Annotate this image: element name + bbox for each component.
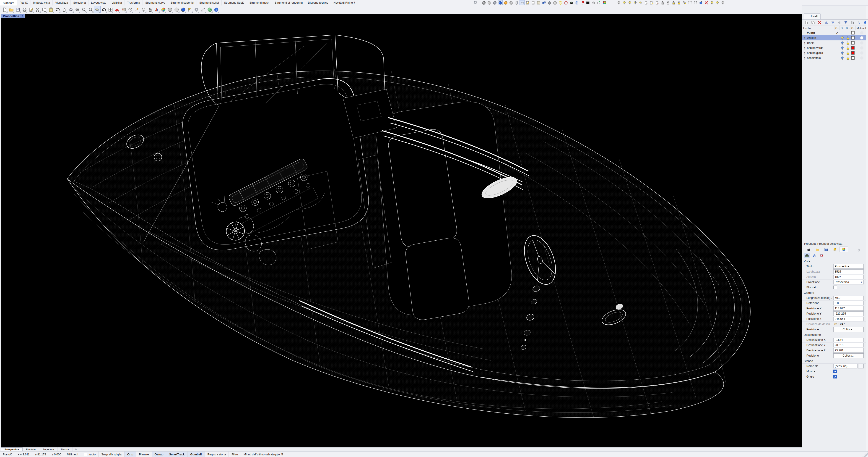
status-snap-alla-griglia[interactable]: Snap alla griglia — [98, 452, 125, 457]
frame-dots-b-icon[interactable] — [693, 0, 698, 5]
camera-selected-icon[interactable] — [804, 253, 810, 258]
sphere-gray-icon[interactable] — [487, 0, 492, 5]
layer-name[interactable]: ❯scoaiattolo — [802, 56, 835, 60]
property-input[interactable]: 3515 — [833, 269, 864, 274]
expand-chevron-icon[interactable]: ❯ — [804, 47, 806, 49]
bulb-double-icon[interactable] — [638, 0, 643, 5]
status-planare[interactable]: Planare — [136, 452, 152, 457]
layer-color-swatch[interactable] — [850, 31, 856, 34]
menu-tab-novit-di-rhino-7[interactable]: Novità di Rhino 7 — [331, 0, 358, 5]
layer-visibility-bulb-icon[interactable] — [840, 36, 845, 40]
viewport-tab-destra[interactable]: Destra — [58, 448, 72, 451]
property-input[interactable]: 845.654 — [833, 317, 864, 321]
bulb-lock-icon[interactable] — [682, 0, 687, 5]
copy-layer-icon[interactable] — [811, 20, 815, 25]
layer-visibility-bulb-icon[interactable] — [840, 40, 845, 45]
sphere-rendered-blue-icon[interactable] — [180, 6, 186, 13]
open-file-icon[interactable] — [8, 6, 14, 13]
lock-gray-icon[interactable] — [660, 0, 665, 5]
zoom-selected-icon[interactable] — [94, 6, 100, 13]
bulb-yellow-small-icon[interactable] — [627, 0, 632, 5]
page-bulb-yellow-icon[interactable] — [649, 0, 654, 5]
bulb-gray-icon[interactable] — [616, 0, 621, 5]
menu-tab-trasforma[interactable]: Trasforma — [125, 0, 143, 5]
chevron-down-icon[interactable]: ▼ — [859, 280, 863, 284]
zoom-window-icon[interactable] — [87, 6, 94, 13]
expand-chevron-icon[interactable]: ❯ — [804, 52, 806, 54]
bulb-half-icon[interactable] — [633, 0, 638, 5]
menu-tab-standard[interactable]: Standard — [0, 0, 17, 5]
layers-col-header-3[interactable]: B... — [845, 26, 850, 30]
browse-button[interactable]: ... — [858, 364, 864, 368]
options-flag-icon[interactable] — [187, 6, 193, 13]
chevron-down-icon[interactable]: ▼ — [21, 14, 24, 18]
layer-name[interactable]: vuoto — [802, 31, 835, 34]
status-gumball[interactable]: Gumball — [188, 452, 205, 457]
orbit-icon[interactable] — [67, 6, 74, 13]
property-input[interactable]: 0.0 — [833, 301, 864, 306]
folder-props-icon[interactable] — [813, 247, 822, 252]
menu-tab-disegno-tecnico[interactable]: Disegno tecnico — [305, 0, 331, 5]
wire-box-tan-icon[interactable] — [536, 0, 541, 5]
menu-tab-pianic[interactable]: PianiC — [17, 0, 31, 5]
paste-icon[interactable] — [48, 6, 54, 13]
web-browser-icon[interactable]: ? — [822, 247, 830, 252]
save-icon[interactable] — [14, 6, 21, 13]
target-sphere-icon[interactable] — [563, 0, 568, 5]
cut-icon[interactable] — [34, 6, 41, 13]
sphere-shaded-selected-icon[interactable] — [498, 0, 502, 5]
red-x-icon[interactable] — [704, 0, 709, 5]
tab-layers[interactable]: Livelli — [804, 13, 820, 20]
property-checkbox[interactable] — [833, 375, 837, 378]
sphere-matte-icon[interactable] — [553, 0, 557, 5]
menu-tab-seleziona[interactable]: Seleziona — [71, 0, 89, 5]
menu-tab-strumenti-curve[interactable]: Strumenti curve — [143, 0, 168, 5]
bulb-end-a-icon[interactable] — [710, 0, 714, 5]
property-checkbox[interactable] — [833, 370, 837, 373]
new-file-icon[interactable] — [1, 6, 8, 13]
property-input[interactable]: 118.677 — [833, 306, 864, 311]
layer-visibility-bulb-icon[interactable] — [840, 31, 845, 35]
property-input[interactable]: -229.255 — [833, 311, 864, 316]
status-orto[interactable]: Orto — [125, 452, 136, 457]
status-filtro[interactable]: Filtro — [229, 452, 241, 457]
grenade-icon[interactable] — [547, 0, 552, 5]
wire-globe-icon[interactable] — [482, 0, 486, 5]
layer-visibility-bulb-icon[interactable] — [840, 51, 845, 55]
resize-grip[interactable] — [862, 451, 868, 457]
status-minuti-dall-ultimo-salvataggio[interactable]: Minuti dall'ultimo salvataggio: 5 — [241, 452, 286, 457]
delete-layer-icon[interactable] — [817, 20, 822, 25]
filter-icon[interactable] — [844, 20, 848, 25]
sphere-yellow-ring-icon[interactable] — [558, 0, 563, 5]
property-input[interactable]: Prospettica — [833, 264, 864, 269]
print-icon[interactable] — [21, 6, 28, 13]
property-input[interactable]: 20.915 — [833, 343, 864, 347]
status-registra-storia[interactable]: Registra storia — [205, 452, 229, 457]
layer-visibility-bulb-icon[interactable] — [840, 56, 845, 60]
cube-arrow-icon[interactable] — [596, 0, 601, 5]
menu-tab-imposta-vista[interactable]: Imposta vista — [31, 0, 53, 5]
tools-icon[interactable] — [857, 20, 861, 25]
viewport-tab-prospettica[interactable]: Prospettica — [1, 448, 23, 451]
menu-tab-layout-viste[interactable]: Layout viste — [89, 0, 109, 5]
layer-lock-icon[interactable] — [845, 36, 850, 40]
blue-boxes-icon[interactable] — [541, 0, 546, 5]
collapse-icon[interactable] — [837, 20, 842, 25]
color-wheel-icon[interactable] — [160, 6, 166, 13]
arctic-bear-selected-icon[interactable] — [520, 0, 524, 5]
render-cone-icon[interactable] — [154, 6, 160, 13]
pen-page-icon[interactable] — [525, 0, 530, 5]
red-x-sphere-icon[interactable] — [580, 0, 585, 5]
status-x-43-611[interactable]: x -43.611 — [15, 452, 32, 457]
expand-chevron-icon[interactable]: ❯ — [804, 37, 806, 39]
property-input[interactable]: 75.781 — [833, 348, 864, 353]
layer-lock-icon[interactable] — [845, 46, 850, 50]
frame-dots-a-icon[interactable] — [688, 0, 692, 5]
layer-visibility-bulb-icon[interactable] — [840, 46, 845, 50]
status-smarttrack[interactable]: SmartTrack — [166, 452, 187, 457]
menu-tab-strumenti-di-rendering[interactable]: Strumenti di rendering — [272, 0, 305, 5]
earth-icon[interactable] — [207, 6, 213, 13]
cylinder-dashed-icon[interactable] — [575, 0, 579, 5]
sphere-dark-icon[interactable] — [492, 0, 497, 5]
bulb-yellow-icon[interactable] — [622, 0, 626, 5]
